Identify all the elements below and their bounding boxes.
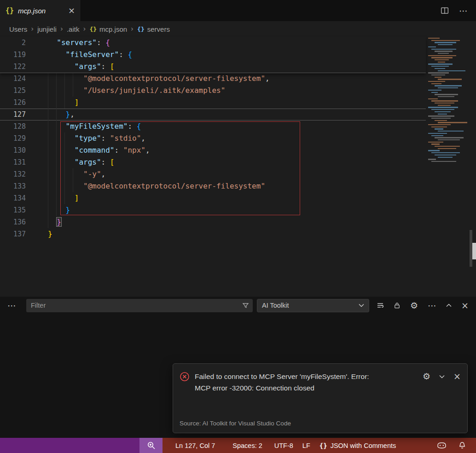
zoom-status-button[interactable] bbox=[139, 438, 163, 453]
code-line-122[interactable]: 122 "args": [ bbox=[0, 61, 426, 73]
more-actions-icon[interactable]: ⋯ bbox=[459, 6, 468, 16]
encoding-status[interactable]: UTF-8 bbox=[274, 442, 293, 449]
output-channel-select[interactable]: AI Toolkit bbox=[257, 299, 369, 312]
code-token: , bbox=[145, 146, 150, 155]
code-line-128[interactable]: 128 "myFileSystem": { bbox=[0, 120, 426, 132]
minimap-line bbox=[435, 51, 453, 52]
code-line-126[interactable]: 126 ] bbox=[0, 97, 426, 109]
code-token: "servers" bbox=[57, 38, 97, 47]
code-line-133[interactable]: 133 "@modelcontextprotocol/server-filesy… bbox=[0, 180, 426, 192]
panel-more-icon[interactable]: ⋯ bbox=[7, 300, 16, 310]
code-token: ] bbox=[75, 98, 79, 107]
code-line-134[interactable]: 134 ] bbox=[0, 192, 426, 204]
panel-overflow-icon[interactable]: ⋯ bbox=[428, 300, 436, 310]
notification-settings-icon[interactable]: ⚙ bbox=[423, 372, 430, 381]
line-content: "servers": { bbox=[48, 37, 110, 49]
minimap-line bbox=[435, 120, 447, 121]
minimap-line bbox=[438, 79, 462, 80]
code-token: [ bbox=[110, 158, 115, 166]
line-number[interactable]: 128 bbox=[0, 120, 26, 132]
line-number[interactable]: 136 bbox=[0, 216, 26, 228]
code-line-132[interactable]: 132 "-y", bbox=[0, 168, 426, 180]
minimap[interactable] bbox=[428, 38, 468, 163]
output-channel-value: AI Toolkit bbox=[262, 302, 289, 309]
code-line-124[interactable]: 124 "@modelcontextprotocol/server-filesy… bbox=[0, 73, 426, 85]
code-line-119[interactable]: 119 "fileServer": { bbox=[0, 49, 426, 61]
copilot-icon[interactable] bbox=[437, 442, 447, 449]
line-number[interactable]: 119 bbox=[0, 49, 26, 61]
code-token: "myFileSystem" bbox=[66, 122, 128, 131]
chevron-up-icon[interactable] bbox=[446, 304, 452, 307]
bell-icon[interactable] bbox=[459, 442, 466, 449]
code-line-129[interactable]: 129 "type": "stdio", bbox=[0, 132, 426, 144]
notification-actions: ⚙ × bbox=[423, 371, 461, 381]
line-content: ] bbox=[48, 192, 79, 204]
line-number[interactable]: 126 bbox=[0, 97, 26, 109]
line-number[interactable]: 125 bbox=[0, 85, 26, 97]
code-token bbox=[48, 62, 75, 71]
gear-icon[interactable]: ⚙ bbox=[410, 301, 418, 310]
eol-status[interactable]: LF bbox=[302, 442, 310, 449]
code-line-127[interactable]: 127 }, bbox=[0, 109, 426, 120]
indentation-status[interactable]: Spaces: 2 bbox=[232, 442, 262, 449]
code-token: "npx" bbox=[123, 146, 145, 155]
code-line-137[interactable]: 137} bbox=[0, 228, 426, 240]
code-token bbox=[48, 218, 57, 226]
minimap-line bbox=[438, 131, 464, 132]
indent-guide bbox=[64, 73, 65, 109]
line-number[interactable]: 131 bbox=[0, 156, 26, 168]
code-line-130[interactable]: 130 "command": "npx", bbox=[0, 144, 426, 156]
language-mode[interactable]: {} JSON with Comments bbox=[319, 442, 396, 449]
notification-close-icon[interactable]: × bbox=[453, 372, 461, 381]
code-line-135[interactable]: 135 } bbox=[0, 204, 426, 216]
minimap-line bbox=[438, 105, 451, 106]
breadcrumb-item--aitk[interactable]: .aitk bbox=[67, 25, 80, 33]
breadcrumb-item-servers[interactable]: {}servers bbox=[137, 25, 170, 33]
lock-icon[interactable] bbox=[394, 302, 401, 309]
code-line-125[interactable]: 125 "/Users/junjieli/.aitk/examples" bbox=[0, 85, 426, 97]
tab-close-icon[interactable]: × bbox=[68, 6, 75, 15]
breadcrumb-item-mcp-json[interactable]: {}mcp.json bbox=[89, 25, 127, 33]
line-content: "args": [ bbox=[48, 61, 115, 73]
line-number[interactable]: 130 bbox=[0, 144, 26, 156]
line-number[interactable]: 133 bbox=[0, 180, 26, 192]
output-toolbar: ⋯ AI Toolkit ⚙ ⋯ × bbox=[0, 297, 476, 314]
code-line-136[interactable]: 136 } bbox=[0, 216, 426, 228]
code-token: "stdio" bbox=[110, 134, 141, 143]
minimap-line bbox=[431, 143, 440, 144]
line-number[interactable]: 134 bbox=[0, 192, 26, 204]
line-number[interactable]: 129 bbox=[0, 132, 26, 144]
breadcrumb-separator: › bbox=[60, 25, 63, 33]
breadcrumb-item-junjieli[interactable]: junjieli bbox=[37, 25, 57, 33]
indent-guide bbox=[48, 73, 48, 228]
line-number[interactable]: 127 bbox=[0, 109, 26, 120]
code-token bbox=[48, 98, 75, 107]
code-token: , bbox=[70, 110, 75, 119]
filter-input[interactable] bbox=[26, 299, 253, 312]
line-number[interactable]: 135 bbox=[0, 204, 26, 216]
resize-handle[interactable] bbox=[472, 243, 476, 259]
notification-collapse-icon[interactable] bbox=[439, 375, 445, 378]
panel-close-icon[interactable]: × bbox=[461, 301, 469, 310]
tab-mcp-json[interactable]: {} mcp.json × bbox=[0, 0, 81, 21]
line-number[interactable]: 122 bbox=[0, 61, 26, 73]
chevron-down-icon bbox=[359, 304, 364, 307]
line-number[interactable]: 137 bbox=[0, 228, 26, 240]
line-number[interactable]: 2 bbox=[0, 37, 26, 49]
sticky-scroll[interactable]: 2 "servers": {119 "fileServer": {122 "ar… bbox=[0, 37, 426, 73]
split-editor-icon[interactable] bbox=[441, 6, 449, 15]
line-number[interactable]: 124 bbox=[0, 73, 26, 85]
code-line-2[interactable]: 2 "servers": { bbox=[0, 37, 426, 49]
breadcrumb-item-users[interactable]: Users bbox=[9, 25, 27, 33]
filter-funnel-icon[interactable] bbox=[242, 302, 249, 309]
code-line-131[interactable]: 131 "args": [ bbox=[0, 156, 426, 168]
json-braces-icon: {} bbox=[6, 6, 14, 15]
minimap-line bbox=[428, 107, 458, 108]
panel-action-icons: ⚙ ⋯ × bbox=[377, 300, 469, 310]
word-wrap-icon[interactable] bbox=[377, 302, 384, 309]
cursor-position[interactable]: Ln 127, Col 7 bbox=[175, 442, 215, 449]
code-token bbox=[48, 134, 75, 143]
minimap-line bbox=[431, 75, 445, 75]
line-number[interactable]: 132 bbox=[0, 168, 26, 180]
code-editor[interactable]: 124 "@modelcontextprotocol/server-filesy… bbox=[0, 37, 476, 297]
